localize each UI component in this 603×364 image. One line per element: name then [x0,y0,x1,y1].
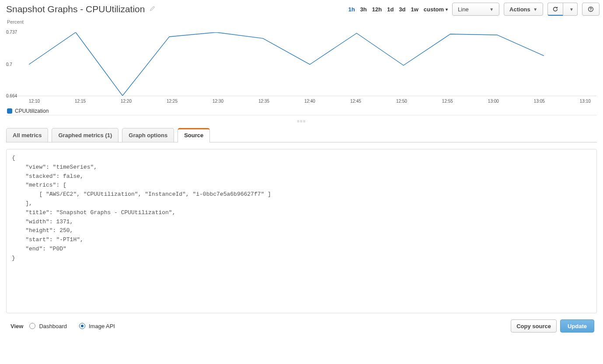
xtick: 12:40 [304,99,315,104]
xtick: 13:05 [534,99,545,104]
radio-label: Image API [89,323,115,329]
actions-button[interactable]: Actions ▼ [504,3,543,16]
time-range-3h[interactable]: 3h [360,6,367,13]
tabs: All metricsGraphed metrics (1)Graph opti… [6,128,597,142]
xtick: 12:30 [213,99,223,104]
tab-graph-options[interactable]: Graph options [122,128,174,142]
update-label: Update [568,323,587,329]
ytick: 0.664 [6,94,27,98]
chart-area[interactable]: 0.6640.70.737 [6,26,597,96]
tab-graphed-metrics-1[interactable]: Graphed metrics (1) [52,128,119,142]
xtick: 12:35 [258,99,269,104]
xtick: 12:55 [442,99,453,104]
chart-ylabel: Percent [7,19,597,24]
separator [6,115,597,115]
help-button[interactable] [582,3,600,16]
xtick: 12:15 [75,99,86,104]
update-button[interactable]: Update [560,319,594,333]
xtick: 12:45 [350,99,361,104]
radio-label: Dashboard [39,323,67,329]
ytick: 0.737 [6,30,27,35]
copy-source-button[interactable]: Copy source [511,319,557,333]
time-range-1h[interactable]: 1h [348,6,355,13]
page-title: Snapshot Graphs - CPUUtilization [6,4,145,14]
chevron-down-icon: ▼ [489,7,494,12]
chart-panel: Percent 0.6640.70.737 12:1012:1512:2012:… [6,19,597,114]
radio-icon [29,323,35,329]
legend-label: CPUUtilization [15,108,49,114]
source-json-textarea[interactable]: { "view": "timeSeries", "stacked": false… [6,149,597,313]
chart-type-selected: Line [458,6,469,13]
chart-line-svg [29,32,591,96]
time-range-1d[interactable]: 1d [387,6,394,13]
time-range-12h[interactable]: 12h [372,6,382,13]
xtick: 12:25 [167,99,178,104]
help-icon [588,6,594,12]
refresh-icon [552,6,558,12]
copy-source-label: Copy source [516,323,551,329]
view-radio-group: DashboardImage API [29,323,115,329]
xtick: 13:00 [488,99,499,104]
xtick: 12:50 [396,99,407,104]
view-radio-image-api[interactable]: Image API [79,323,115,329]
xtick: 12:20 [121,99,132,104]
svg-point-1 [590,10,591,10]
tab-all-metrics[interactable]: All metrics [6,128,48,142]
xtick: 12:10 [29,99,40,104]
actions-label: Actions [509,6,530,13]
chart-legend[interactable]: CPUUtilization [7,108,597,114]
refresh-button[interactable] [547,3,563,16]
tab-source[interactable]: Source [178,128,210,142]
chevron-down-icon: ▾ [446,7,448,12]
radio-icon [79,323,85,329]
ytick: 0.7 [6,62,27,67]
time-range-picker: 1h3h12h1d3d1wcustom▾ [348,6,448,13]
chevron-down-icon: ▼ [533,7,537,12]
source-panel: { "view": "timeSeries", "stacked": false… [6,149,597,333]
edit-title-icon[interactable] [149,6,155,13]
xtick: 13:10 [580,99,591,104]
view-radio-dashboard[interactable]: Dashboard [29,323,67,329]
chart-type-select[interactable]: Line ▼ [452,3,499,16]
view-label: View [10,323,23,329]
resize-grip[interactable]: ≡≡≡ [3,119,600,124]
refresh-dropdown-button[interactable]: ▼ [563,3,578,16]
time-range-1w[interactable]: 1w [411,6,418,13]
chevron-down-icon: ▼ [569,7,574,12]
refresh-button-group: ▼ [547,3,578,16]
legend-swatch [7,108,12,114]
time-range-3d[interactable]: 3d [399,6,405,13]
chart-xaxis: 12:1012:1512:2012:2512:3012:3512:4012:45… [29,99,591,104]
time-range-custom[interactable]: custom▾ [424,6,448,13]
